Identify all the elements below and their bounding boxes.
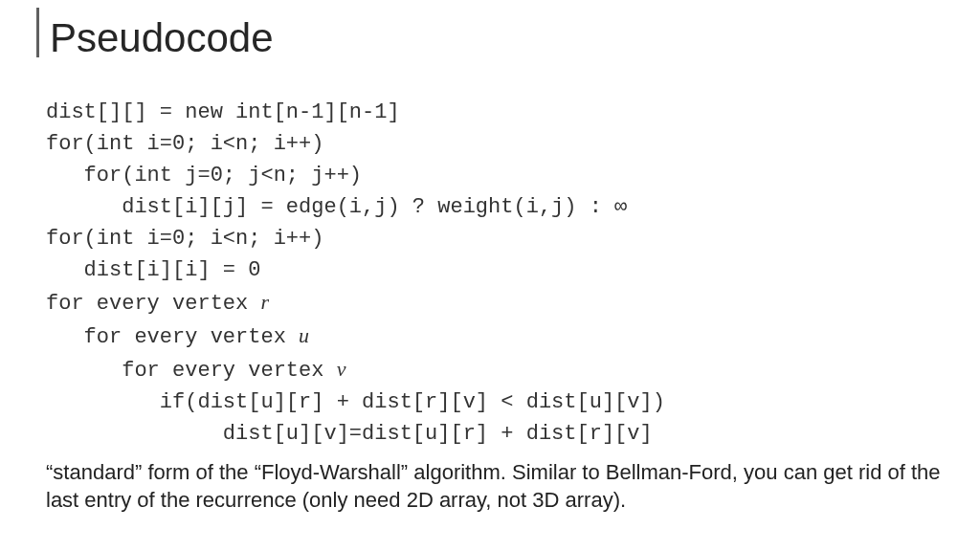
code-var-r: r xyxy=(260,290,269,314)
code-var-v: v xyxy=(337,357,346,381)
slide: Pseudocode dist[][] = new int[n-1][n-1] … xyxy=(0,0,980,551)
code-line: if(dist[u][r] + dist[r][v] < dist[u][v]) xyxy=(46,390,665,414)
code-line: dist[i][i] = 0 xyxy=(46,258,260,282)
code-var-u: u xyxy=(299,323,309,347)
code-line: for every vertex xyxy=(46,325,299,349)
code-line: dist[i][j] = edge(i,j) ? weight(i,j) : ∞ xyxy=(46,195,627,219)
code-line: dist[][] = new int[n-1][n-1] xyxy=(46,100,400,124)
code-line: for(int i=0; i<n; i++) xyxy=(46,227,323,251)
pseudocode-block: dist[][] = new int[n-1][n-1] for(int i=0… xyxy=(46,65,946,450)
code-line: for every vertex xyxy=(46,292,260,316)
title-rule xyxy=(36,8,39,57)
code-line: for every vertex xyxy=(46,359,337,383)
explanation-text: “standard” form of the “Floyd-Warshall” … xyxy=(46,459,946,514)
code-line: for(int j=0; j<n; j++) xyxy=(46,164,362,187)
code-line: for(int i=0; i<n; i++) xyxy=(46,132,323,156)
page-title: Pseudocode xyxy=(50,17,946,59)
code-line: dist[u][v]=dist[u][r] + dist[r][v] xyxy=(46,422,653,446)
